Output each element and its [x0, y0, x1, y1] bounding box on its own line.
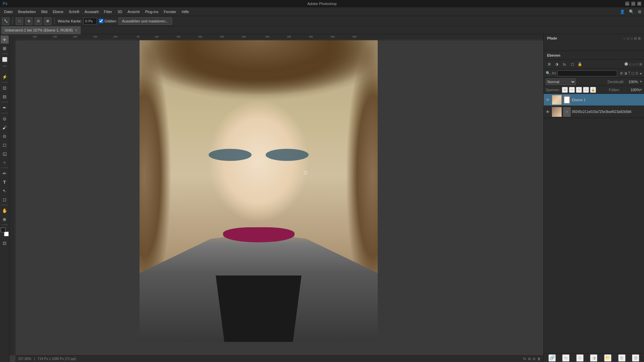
- filter-smart-icon[interactable]: ⊙: [635, 71, 638, 75]
- gradient-tool[interactable]: ◱: [1, 149, 9, 158]
- layer-link-btn[interactable]: 🔗: [548, 354, 556, 362]
- lock-artboard-btn[interactable]: ⊡: [583, 87, 589, 93]
- layout-icon[interactable]: ⊞: [637, 9, 643, 14]
- intersect-selection-btn[interactable]: ⊠: [44, 17, 51, 25]
- stamp-tool[interactable]: ⊙: [1, 132, 9, 140]
- lock-all-btn[interactable]: 🔒: [590, 87, 596, 93]
- pfade-circle-icon[interactable]: ○: [623, 37, 625, 40]
- soft-edge-input[interactable]: [84, 18, 97, 24]
- filter-shape-icon[interactable]: ◻: [631, 71, 634, 75]
- account-icon[interactable]: 👤: [619, 9, 626, 14]
- smooth-checkbox[interactable]: [99, 19, 103, 23]
- quick-select-tool[interactable]: ⚡: [1, 73, 9, 81]
- select-mask-button[interactable]: Auswählen und maskieren...: [118, 17, 172, 25]
- layer-visibility-smart[interactable]: 👁: [545, 109, 550, 115]
- ebenen-diamond2-icon[interactable]: ◇: [633, 62, 635, 66]
- canvas-wrapper[interactable]: [15, 40, 543, 355]
- canvas-area[interactable]: -300 -250 -200 -150 -100 -50 100 150 200…: [9, 34, 543, 362]
- document-tab[interactable]: Unbenannt-1 bei 157% (Ebene 1, RGB/8) ✕: [1, 26, 81, 34]
- screen-mode-btn[interactable]: ⊡: [1, 239, 9, 247]
- zoom-tool[interactable]: ⊕: [1, 215, 9, 223]
- layer-mask-btn[interactable]: ⊙: [576, 354, 584, 362]
- search-icon[interactable]: 🔍: [628, 9, 635, 14]
- menu-3d[interactable]: 3D: [115, 9, 125, 14]
- layer-row-ebene1[interactable]: 👁 Ebene 1: [544, 94, 644, 106]
- hand-tool[interactable]: ✋: [1, 206, 9, 215]
- marquee-rect-tool[interactable]: ⬜: [1, 55, 9, 63]
- eyedropper-tool[interactable]: ✒: [1, 104, 9, 112]
- ebenen-pixel-icon[interactable]: ⊞: [546, 61, 552, 68]
- status-icon-fx[interactable]: fx: [523, 357, 526, 361]
- frame-tool[interactable]: ⊟: [1, 93, 9, 101]
- maximize-button[interactable]: □: [631, 2, 635, 6]
- path-select-tool[interactable]: ↖: [1, 187, 9, 195]
- status-icon-new-layer[interactable]: ⊞: [528, 357, 531, 361]
- opacity-dropdown-icon[interactable]: ▾: [640, 79, 642, 84]
- minimize-button[interactable]: —: [625, 2, 629, 6]
- ebenen-square-icon[interactable]: □: [636, 62, 638, 66]
- filter-adjust-icon[interactable]: ◑: [624, 71, 627, 75]
- lasso-tool[interactable]: ⌒: [1, 64, 9, 72]
- healing-tool[interactable]: ⊙: [1, 115, 9, 123]
- text-tool[interactable]: T: [1, 178, 9, 186]
- foreground-color[interactable]: [1, 228, 5, 232]
- menu-bearbeiten[interactable]: Bearbeiten: [15, 9, 39, 14]
- pfade-diamond-icon[interactable]: ◇: [627, 37, 629, 40]
- filter-pixel-icon[interactable]: ⊞: [620, 71, 623, 75]
- subtract-selection-btn[interactable]: ⊟: [35, 17, 42, 25]
- lock-transparent-btn[interactable]: ⊞: [562, 87, 568, 93]
- background-color[interactable]: [4, 232, 9, 236]
- status-icon-folder[interactable]: ⊟: [533, 357, 535, 361]
- new-selection-btn[interactable]: □: [16, 17, 23, 25]
- tool-preset-picker[interactable]: 🔧: [2, 17, 9, 25]
- ebenen-smart-icon[interactable]: ◻: [569, 61, 576, 68]
- brush-tool[interactable]: 🖌: [1, 123, 9, 131]
- layer-new-btn[interactable]: ⊞: [618, 354, 626, 362]
- shape-tool[interactable]: ◻: [1, 195, 9, 203]
- layer-visibility-ebene1[interactable]: 👁: [545, 97, 550, 103]
- ebenen-style-icon[interactable]: fx: [561, 61, 568, 68]
- move-tool[interactable]: ✛: [1, 36, 9, 44]
- svg-text:300: 300: [242, 36, 246, 38]
- menu-hilfe[interactable]: Hilfe: [179, 9, 192, 14]
- tab-close-button[interactable]: ✕: [75, 28, 77, 32]
- ebenen-lock-icon[interactable]: 🔒: [577, 61, 583, 68]
- eraser-tool[interactable]: ◻: [1, 141, 9, 149]
- filter-text-icon[interactable]: T: [628, 71, 631, 75]
- menu-bild[interactable]: Bild: [39, 9, 50, 14]
- menu-plugins[interactable]: Plug-ins: [142, 9, 161, 14]
- ebenen-adjust-icon[interactable]: ◑: [553, 61, 560, 68]
- close-button[interactable]: ✕: [637, 2, 641, 6]
- blend-mode-select[interactable]: Normal: [546, 78, 576, 85]
- layer-style-btn[interactable]: fx: [562, 354, 570, 362]
- pfade-rect-icon[interactable]: ⊟: [634, 37, 637, 40]
- ebenen-diamond-icon[interactable]: ◇: [629, 62, 632, 66]
- menu-fenster[interactable]: Fenster: [161, 9, 179, 14]
- smooth-checkbox-label: Glätten: [99, 19, 116, 23]
- menu-ansicht[interactable]: Ansicht: [125, 9, 142, 14]
- lock-position-btn[interactable]: ✛: [576, 87, 582, 93]
- layer-adjustment-btn[interactable]: ◑: [590, 354, 597, 362]
- dodge-tool[interactable]: ○: [1, 158, 9, 166]
- menu-auswahl[interactable]: Auswahl: [82, 9, 101, 14]
- status-icon-delete[interactable]: 🗑: [537, 357, 541, 361]
- ebenen-folder2-icon[interactable]: ⊞: [639, 62, 642, 66]
- menu-ebene[interactable]: Ebene: [50, 9, 66, 14]
- layer-row-smart[interactable]: 👁 ⊙ 09265c211e010a725e3ba4623a92b5b6: [544, 106, 644, 118]
- menu-schrift[interactable]: Schrift: [66, 9, 82, 14]
- pen-tool[interactable]: ✏: [1, 169, 9, 177]
- menu-datei[interactable]: Datei: [1, 9, 15, 14]
- pfade-folder-icon[interactable]: ⊞: [638, 37, 641, 40]
- layer-group-btn[interactable]: 📁: [604, 354, 611, 362]
- add-selection-btn[interactable]: ⊞: [25, 17, 33, 25]
- crop-tool[interactable]: ⊡: [1, 84, 9, 92]
- ebenen-search-input[interactable]: [557, 70, 617, 76]
- fll-dropdown-icon[interactable]: ▾: [640, 87, 642, 92]
- menu-filter[interactable]: Filter: [101, 9, 115, 14]
- layer-delete-btn[interactable]: 🗑: [632, 354, 639, 362]
- artboard-tool[interactable]: ⊞: [1, 44, 9, 52]
- lock-pixels-btn[interactable]: ✏: [569, 87, 575, 93]
- pfade-square-icon[interactable]: □: [631, 37, 633, 40]
- portrait-canvas[interactable]: [140, 40, 378, 342]
- filter-toggle[interactable]: ●: [640, 71, 642, 75]
